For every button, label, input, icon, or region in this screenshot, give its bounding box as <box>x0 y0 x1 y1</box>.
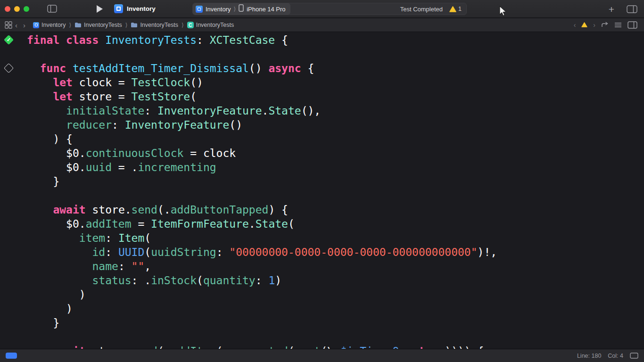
titlebar: Inventory Inventory ⟩ iPhone 14 Pro Test… <box>0 0 644 18</box>
xcode-window: Inventory Inventory ⟩ iPhone 14 Pro Test… <box>0 0 644 362</box>
curved-arrow-icon[interactable] <box>601 22 609 28</box>
code-line: func testAddItem_Timer_Dismissal() async… <box>27 61 497 75</box>
breadcrumb-item-group[interactable]: InventoryTests <box>74 22 122 28</box>
scheme-app-icon <box>196 6 203 13</box>
zoom-window-button[interactable] <box>24 6 29 12</box>
code-line: ) <box>27 302 497 316</box>
editor-options-icon[interactable] <box>614 22 622 28</box>
folder-icon <box>74 22 82 28</box>
breadcrumb-separator: ⟩ <box>69 22 71 28</box>
build-status-text: Test Completed <box>400 6 443 13</box>
code-line: reducer: InventoryFeature() <box>27 118 497 132</box>
code-line <box>27 189 497 203</box>
warning-badge[interactable]: 1 <box>449 6 462 12</box>
breadcrumb-item-project[interactable]: Inventory <box>33 22 66 28</box>
code-line: initialState: InventoryFeature.State(), <box>27 104 497 118</box>
code-line: status: .inStock(quantity: 1) <box>27 273 497 288</box>
scheme-separator: ⟩ <box>233 6 236 12</box>
folder-icon <box>131 22 138 28</box>
previous-issue-button[interactable]: ‹ <box>574 21 576 29</box>
breadcrumb: Inventory ⟩ InventoryTests ⟩ InventoryTe… <box>33 22 234 28</box>
related-items-icon[interactable] <box>5 21 12 29</box>
breadcrumb-item-subgroup[interactable]: InventoryTests <box>131 22 178 28</box>
warning-issue-icon[interactable] <box>581 21 587 29</box>
code-line: let store = TestStore( <box>27 90 497 104</box>
code-line: $0.addItem = ItemFormFeature.State( <box>27 217 497 231</box>
iphone-icon <box>239 4 244 14</box>
code-area[interactable]: final class InventoryTests: XCTestCase {… <box>0 33 497 349</box>
run-button[interactable] <box>97 5 103 13</box>
class-symbol-icon: C <box>187 22 194 28</box>
go-back-button[interactable]: ‹ <box>12 22 20 29</box>
code-line: } <box>27 316 497 330</box>
code-line: $0.uuid = .incrementing <box>27 160 497 174</box>
code-line <box>27 47 497 61</box>
code-line: let clock = TestClock() <box>27 75 497 90</box>
warning-triangle-icon <box>449 6 456 12</box>
minimize-window-button[interactable] <box>14 6 20 12</box>
code-line: item: Item( <box>27 231 497 245</box>
add-editor-tab-button[interactable]: + <box>609 4 614 14</box>
code-line: id: UUID(uuidString: "00000000-0000-0000… <box>27 245 497 259</box>
go-forward-button[interactable]: › <box>20 22 28 29</box>
code-line: ) { <box>27 132 497 146</box>
jump-bar: ‹ › Inventory ⟩ InventoryTests ⟩ Invento… <box>0 18 644 32</box>
code-line: $0.continuousClock = clock <box>27 146 497 160</box>
source-editor: ✓ final class InventoryTests: XCTestCase… <box>0 32 644 349</box>
close-window-button[interactable] <box>5 6 10 12</box>
project-icon <box>33 22 39 28</box>
mouse-cursor <box>499 6 508 19</box>
code-line: name: "", <box>27 259 497 273</box>
column-indicator: Col: 4 <box>608 353 623 359</box>
code-line: final class InventoryTests: XCTestCase { <box>27 33 497 47</box>
project-name: Inventory <box>127 5 156 12</box>
screen-icon[interactable] <box>630 353 638 359</box>
line-indicator: Line: 180 <box>577 353 601 359</box>
app-icon <box>114 4 123 13</box>
inspector-toggle-icon[interactable] <box>627 21 637 29</box>
warning-count: 1 <box>458 6 462 12</box>
editor-layout-icon[interactable] <box>627 5 637 13</box>
code-line: await store.send(.addButtonTapped) { <box>27 203 497 217</box>
activity-view: Inventory ⟩ iPhone 14 Pro Test Completed… <box>192 3 467 15</box>
breadcrumb-separator: ⟩ <box>125 22 128 28</box>
code-line: await store.send(.addItem(.presented(.se… <box>27 344 497 349</box>
bottom-blue-indicator[interactable] <box>6 353 17 359</box>
next-issue-button[interactable]: › <box>593 21 595 29</box>
navigator-sidebar-toggle-icon[interactable] <box>47 5 57 13</box>
code-line: } <box>27 174 497 189</box>
breadcrumb-separator: ⟩ <box>182 22 184 28</box>
scheme-selector[interactable]: Inventory ⟩ iPhone 14 Pro <box>193 3 290 15</box>
editor-status-bar: Line: 180 Col: 4 <box>0 349 644 362</box>
breadcrumb-item-class[interactable]: C InventoryTests <box>187 22 234 28</box>
code-line <box>27 330 497 344</box>
run-destination[interactable]: iPhone 14 Pro <box>247 6 285 13</box>
scheme-name: Inventory <box>206 6 231 13</box>
code-line: ) <box>27 288 497 302</box>
